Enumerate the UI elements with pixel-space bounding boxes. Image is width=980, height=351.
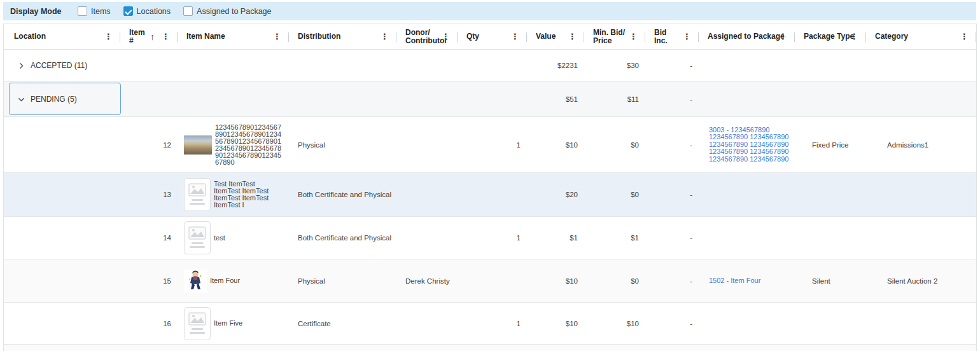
cell-item-name: test	[178, 221, 289, 254]
cell-bid-inc: -	[645, 234, 699, 242]
column-header-donor-contributor[interactable]: Donor/ Contributor ⋮	[396, 24, 458, 49]
group-row-pending[interactable]: PENDING (5) $51 $11 -	[4, 82, 976, 117]
item-name-text: Test ItemTest ItemTest ItemTest ItemTest…	[214, 181, 282, 209]
column-menu-icon[interactable]: ⋮	[959, 32, 970, 41]
column-header-qty[interactable]: Qty ⋮	[458, 24, 527, 49]
cell-package-type: Silent	[795, 277, 866, 285]
item-thumbnail	[184, 270, 207, 292]
checkbox-items[interactable]	[78, 6, 87, 16]
group-value-total: $2231	[527, 62, 584, 69]
cell-donor: Derek Christy	[396, 277, 458, 285]
group-bid-inc: -	[645, 95, 699, 103]
column-menu-icon[interactable]: ⋮	[778, 32, 788, 41]
cell-qty: 1	[458, 234, 527, 242]
checkbox-locations[interactable]	[123, 6, 133, 16]
no-image-placeholder-icon	[184, 221, 211, 254]
table-row[interactable]: 16 Item Five Certificate 1 $10 $10 -	[4, 303, 976, 345]
column-header-value[interactable]: Value ⋮	[527, 24, 584, 49]
cell-min-bid: $10	[584, 320, 645, 327]
group-value-total: $51	[527, 95, 584, 103]
column-menu-icon[interactable]: ⋮	[379, 32, 390, 41]
column-menu-icon[interactable]: ⋮	[160, 32, 171, 41]
group-min-bid-total: $11	[584, 95, 645, 103]
assigned-package-link[interactable]: 1502 - Item Four	[709, 277, 794, 285]
cell-value: $10	[527, 320, 584, 327]
cell-assigned-to-package: 3003 - 1234567890 1234567890 1234567890 …	[699, 127, 795, 163]
cell-item-number: 15	[120, 277, 178, 285]
cell-bid-inc: -	[645, 191, 699, 198]
column-menu-icon[interactable]: ⋮	[567, 32, 578, 41]
cell-distribution: Certificate	[289, 320, 396, 327]
cell-distribution: Both Certificate and Physical	[289, 234, 396, 242]
display-mode-label: Display Mode	[10, 7, 65, 16]
cell-min-bid: $1	[584, 234, 645, 242]
column-header-min-bid-price[interactable]: Min. Bid/ Price ⋮	[584, 24, 645, 49]
column-header-assigned-to-package[interactable]: Assigned to Package ⋮	[699, 24, 795, 49]
column-menu-icon[interactable]: ⋮	[849, 32, 860, 41]
table-row[interactable]: 14 test Both Certificate and Physical 1 …	[4, 217, 976, 259]
grid-header-row: Location ⋮ Item # ↑ ⋮ Item Name ⋮ Distri…	[4, 24, 976, 50]
item-name-text: Item Four	[210, 277, 278, 284]
table-row[interactable]: 15 Item Four Physical Derek Christy $10 …	[4, 259, 976, 303]
table-row[interactable]: 13 Test ItemTest ItemTest ItemTest ItemT…	[4, 173, 976, 217]
cell-category: Admissions1	[866, 141, 976, 149]
display-mode-checkbox-2[interactable]: Assigned to Package	[183, 6, 271, 16]
cell-category: Silent Auction 2	[866, 277, 976, 285]
cell-bid-inc: -	[645, 320, 699, 327]
cell-value: $10	[527, 141, 584, 149]
sort-ascending-icon: ↑	[150, 32, 155, 42]
group-bid-inc: -	[645, 62, 699, 69]
cell-item-name: Item Five	[178, 307, 289, 340]
cell-item-number: 13	[120, 191, 178, 198]
display-mode-checkbox-1[interactable]: Locations	[123, 6, 171, 16]
cell-item-name: Test ItemTest ItemTest ItemTest ItemTest…	[178, 178, 289, 211]
group-label: ACCEPTED (11)	[31, 61, 87, 70]
item-name-text: test	[214, 235, 282, 242]
group-row-accepted[interactable]: ACCEPTED (11) $2231 $30 -	[4, 50, 976, 82]
item-name-text: 1234567890123456789012345678901234567890…	[215, 124, 283, 166]
cell-assigned-to-package: 1502 - Item Four	[699, 277, 795, 285]
column-menu-icon[interactable]: ⋮	[628, 32, 639, 41]
group-toggle-accepted[interactable]: ACCEPTED (11)	[4, 61, 527, 70]
cell-distribution: Physical	[289, 277, 396, 285]
cell-distribution: Both Certificate and Physical	[289, 191, 396, 198]
chevron-right-icon	[18, 62, 25, 69]
column-menu-icon[interactable]: ⋮	[510, 32, 521, 41]
cell-min-bid: $0	[584, 191, 645, 198]
group-toggle-pending[interactable]: PENDING (5)	[4, 95, 527, 104]
cell-package-type: Fixed Price	[795, 141, 866, 149]
checkbox-assigned-to-package[interactable]	[183, 6, 193, 16]
column-header-location[interactable]: Location ⋮	[4, 24, 120, 49]
items-grid: Location ⋮ Item # ↑ ⋮ Item Name ⋮ Distri…	[3, 24, 977, 351]
column-header-distribution[interactable]: Distribution ⋮	[289, 24, 396, 49]
cell-qty: 1	[458, 320, 527, 327]
cell-qty: 1	[458, 141, 527, 149]
column-header-category[interactable]: Category ⋮	[866, 24, 976, 49]
chevron-down-icon	[18, 96, 25, 103]
column-menu-icon[interactable]: ⋮	[682, 32, 692, 41]
cell-item-name: 1234567890123456789012345678901234567890…	[178, 124, 289, 166]
table-row[interactable]: 12 1234567890123456789012345678901234567…	[4, 117, 976, 173]
assigned-package-link[interactable]: 3003 - 1234567890 1234567890 1234567890 …	[709, 127, 794, 163]
column-menu-icon[interactable]: ⋮	[272, 32, 283, 41]
cell-min-bid: $0	[584, 141, 645, 149]
cell-value: $1	[527, 234, 584, 242]
item-thumbnail	[184, 135, 212, 155]
group-label: PENDING (5)	[31, 95, 77, 104]
cell-item-number: 14	[120, 234, 178, 242]
cell-bid-inc: -	[645, 277, 699, 285]
column-menu-icon[interactable]: ⋮	[440, 32, 451, 41]
column-header-item-name[interactable]: Item Name ⋮	[178, 24, 289, 49]
cell-min-bid: $0	[584, 277, 645, 285]
display-mode-bar: Display Mode Items Locations Assigned to…	[3, 2, 976, 20]
column-header-item-number[interactable]: Item # ↑ ⋮	[120, 24, 178, 49]
column-header-package-type[interactable]: Package Type ⋮	[795, 24, 866, 49]
table-row[interactable]	[4, 345, 976, 351]
display-mode-checkbox-0[interactable]: Items	[78, 6, 111, 16]
column-menu-icon[interactable]: ⋮	[103, 32, 114, 41]
cell-value: $20	[527, 191, 584, 198]
no-image-placeholder-icon	[184, 178, 211, 211]
column-header-bid-inc[interactable]: Bid Inc. ⋮	[645, 24, 699, 49]
cell-item-number: 16	[120, 320, 178, 327]
item-name-text: Item Five	[214, 320, 282, 327]
